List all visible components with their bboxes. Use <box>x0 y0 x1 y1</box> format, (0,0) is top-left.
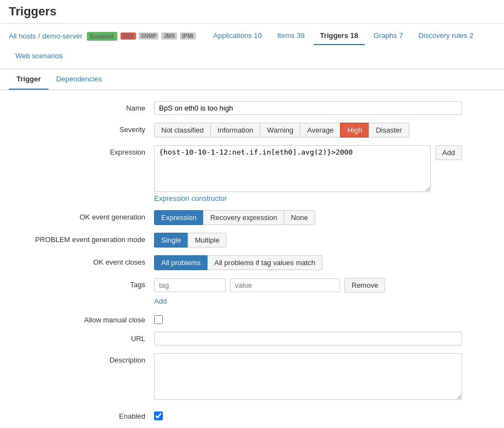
sev-disaster[interactable]: Disaster <box>369 123 409 138</box>
problem-event-multiple[interactable]: Multiple <box>188 233 227 248</box>
name-field <box>154 101 462 115</box>
allow-manual-close-row: Allow manual close <box>0 313 504 324</box>
nav-triggers[interactable]: Triggers 18 <box>314 27 365 45</box>
enabled-row: Enabled <box>0 409 504 420</box>
url-field <box>154 332 462 345</box>
problem-event-label: PROBLEM event generation mode <box>11 233 154 244</box>
nav-applications[interactable]: Applications 10 <box>207 27 269 45</box>
ok-event-none[interactable]: None <box>284 210 315 225</box>
url-label: URL <box>11 332 154 343</box>
problem-event-toggle: Single Multiple <box>154 233 462 248</box>
tab-trigger[interactable]: Trigger <box>9 69 48 90</box>
page-header: Triggers All hosts / demo-server Enabled… <box>0 0 504 90</box>
severity-field: Not classified Information Warning Avera… <box>154 123 462 138</box>
sev-not-classified[interactable]: Not classified <box>154 123 210 138</box>
nav-bar: All hosts / demo-server Enabled ZBX SNMP… <box>0 24 504 69</box>
jmx-badge: JMX <box>161 32 177 40</box>
description-field <box>154 353 462 402</box>
allow-manual-close-field <box>154 313 462 324</box>
tabs-bar: Trigger Dependencies <box>0 69 504 90</box>
description-textarea[interactable] <box>154 353 462 400</box>
enabled-checkbox[interactable] <box>154 411 163 420</box>
all-hosts-link[interactable]: All hosts <box>9 32 36 40</box>
sev-high[interactable]: High <box>340 123 369 138</box>
remove-tag-button[interactable]: Remove <box>344 278 385 293</box>
ok-closes-tag[interactable]: All problems if tag values match <box>207 255 323 270</box>
expression-label: Expression <box>11 145 154 156</box>
problem-event-row: PROBLEM event generation mode Single Mul… <box>0 233 504 248</box>
tags-field: Remove Add <box>154 278 462 305</box>
tag-input[interactable] <box>154 278 226 292</box>
page-title: Triggers <box>9 4 57 18</box>
nav-web[interactable]: Web scenarios <box>9 47 69 65</box>
tags-row: Tags Remove Add <box>0 278 504 305</box>
url-input[interactable] <box>154 332 462 345</box>
tags-label: Tags <box>11 278 154 289</box>
breadcrumb-separator: / <box>38 32 40 40</box>
tag-entry-row: Remove <box>154 278 462 293</box>
description-row: Description <box>0 353 504 402</box>
name-input[interactable] <box>154 101 462 115</box>
host-link[interactable]: demo-server <box>42 32 83 40</box>
ok-event-field: Expression Recovery expression None <box>154 210 462 225</box>
snmp-badge: SNMP <box>139 32 159 40</box>
url-row: URL <box>0 332 504 345</box>
trigger-form: Name Severity Not classified Information… <box>0 90 504 428</box>
severity-buttons: Not classified Information Warning Avera… <box>154 123 462 138</box>
name-label: Name <box>11 101 154 112</box>
name-row: Name <box>0 101 504 115</box>
sev-average[interactable]: Average <box>300 123 340 138</box>
breadcrumb: All hosts / demo-server Enabled ZBX SNMP… <box>9 32 196 41</box>
expression-constructor-link[interactable]: Expression constructor <box>154 194 227 202</box>
severity-label: Severity <box>11 123 154 134</box>
sev-warning[interactable]: Warning <box>260 123 300 138</box>
nav-discovery[interactable]: Discovery rules 2 <box>412 27 480 45</box>
add-tag-button[interactable]: Add <box>154 297 167 305</box>
enabled-label: Enabled <box>11 409 154 420</box>
ok-closes-all[interactable]: All problems <box>154 255 207 270</box>
tab-dependencies[interactable]: Dependencies <box>48 69 109 90</box>
enabled-field <box>154 409 462 420</box>
problem-event-field: Single Multiple <box>154 233 462 248</box>
add-expression-button[interactable]: Add <box>435 145 462 160</box>
status-badge: Enabled <box>87 32 117 41</box>
ok-event-toggle: Expression Recovery expression None <box>154 210 462 225</box>
ok-event-expression[interactable]: Expression <box>154 210 203 225</box>
ipmi-badge: IPMI <box>180 32 196 40</box>
ok-closes-field: All problems All problems if tag values … <box>154 255 462 270</box>
ok-closes-toggle: All problems All problems if tag values … <box>154 255 462 270</box>
allow-manual-close-checkbox[interactable] <box>154 315 163 324</box>
severity-row: Severity Not classified Information Warn… <box>0 123 504 138</box>
sev-information[interactable]: Information <box>210 123 260 138</box>
ok-event-label: OK event generation <box>11 210 154 221</box>
ok-closes-row: OK event closes All problems All problem… <box>0 255 504 270</box>
nav-items[interactable]: Items 39 <box>271 27 311 45</box>
problem-event-single[interactable]: Single <box>154 233 188 248</box>
ok-closes-label: OK event closes <box>11 255 154 266</box>
allow-manual-close-label: Allow manual close <box>11 313 154 324</box>
ok-event-recovery[interactable]: Recovery expression <box>203 210 283 225</box>
value-input[interactable] <box>230 278 340 292</box>
ok-event-row: OK event generation Expression Recovery … <box>0 210 504 225</box>
nav-graphs[interactable]: Graphs 7 <box>367 27 409 45</box>
expression-textarea[interactable]: {host-10-10-1-12:net.if.in[eth0].avg(2)}… <box>154 145 431 192</box>
zbx-badge: ZBX <box>120 32 136 40</box>
description-label: Description <box>11 353 154 364</box>
expression-row: Expression {host-10-10-1-12:net.if.in[et… <box>0 145 504 202</box>
expression-field: {host-10-10-1-12:net.if.in[eth0].avg(2)}… <box>154 145 462 202</box>
